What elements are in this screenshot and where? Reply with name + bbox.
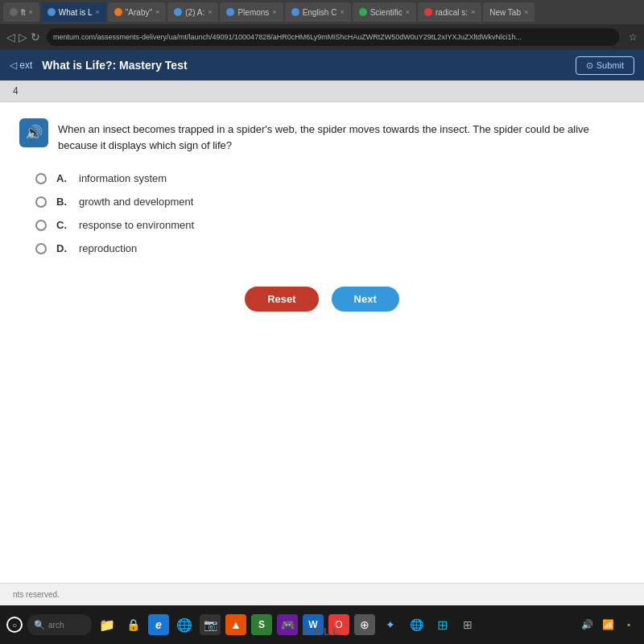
- taskbar-camera-icon[interactable]: 📷: [200, 614, 221, 635]
- question-number: 4: [13, 85, 19, 97]
- tab-close-english[interactable]: ×: [340, 8, 344, 16]
- option-a-label: information system: [79, 172, 167, 184]
- tab-2a[interactable]: (2) A: ×: [167, 2, 218, 22]
- taskbar-purple-icon[interactable]: 🎮: [277, 614, 298, 635]
- tab-close-newtab[interactable]: ×: [524, 8, 528, 16]
- option-c-label: response to environment: [79, 219, 194, 231]
- forward-button[interactable]: ▷: [19, 31, 27, 43]
- tab-close-scientific[interactable]: ×: [406, 8, 410, 16]
- option-a[interactable]: A. information system: [35, 172, 625, 184]
- back-arrow-icon: ◁: [10, 60, 17, 71]
- tab-ft[interactable]: ft ×: [3, 2, 39, 22]
- tab-label-newtab: New Tab: [489, 8, 521, 17]
- taskbar-search[interactable]: 🔍 arch: [27, 614, 92, 635]
- option-b-letter: B.: [56, 196, 69, 208]
- tab-label-araby: "Araby": [126, 8, 152, 17]
- bookmark-icon[interactable]: ☆: [629, 31, 638, 43]
- taskbar-chrome-icon[interactable]: 🌐: [174, 614, 195, 635]
- option-c-letter: C.: [56, 219, 69, 231]
- option-d[interactable]: D. reproduction: [35, 242, 625, 254]
- question-text: When an insect becomes trapped in a spid…: [58, 118, 625, 153]
- submit-icon: ⊙: [586, 60, 593, 71]
- question-number-bar: 4: [0, 80, 644, 102]
- tab-label-2a: (2) A:: [185, 8, 204, 17]
- option-d-letter: D.: [56, 242, 69, 254]
- tab-close-plemons[interactable]: ×: [272, 8, 276, 16]
- audio-speaker-icon: 🔊: [25, 124, 43, 142]
- tab-label-ft: ft: [21, 8, 26, 17]
- taskbar-light-icon[interactable]: ⊕: [354, 614, 375, 635]
- tab-close-araby[interactable]: ×: [155, 8, 159, 16]
- tab-newtab[interactable]: New Tab ×: [483, 2, 535, 22]
- option-b[interactable]: B. growth and development: [35, 196, 625, 208]
- back-button[interactable]: ◁: [6, 31, 15, 43]
- start-button[interactable]: ○: [6, 617, 23, 633]
- tab-plemons[interactable]: Plemons ×: [220, 2, 283, 22]
- tab-english[interactable]: English C ×: [285, 2, 351, 22]
- address-bar[interactable]: mentum.com/assessments-delivery/ua/mt/la…: [47, 28, 619, 46]
- tab-label-plemons: Plemons: [237, 8, 269, 17]
- tab-scientific[interactable]: Scientific ×: [353, 2, 416, 22]
- taskbar-lock-icon[interactable]: 🔒: [122, 614, 143, 635]
- search-icon: 🔍: [34, 620, 45, 630]
- option-c-radio[interactable]: [35, 220, 47, 231]
- back-nav-button[interactable]: ◁ ext: [10, 60, 32, 71]
- taskbar-ie-icon[interactable]: e: [148, 614, 169, 635]
- tab-araby[interactable]: "Araby" ×: [108, 2, 167, 22]
- option-d-radio[interactable]: [35, 243, 47, 254]
- reset-button[interactable]: Reset: [245, 287, 318, 312]
- tab-close-ft[interactable]: ×: [29, 8, 33, 16]
- taskbar-files-icon[interactable]: 📁: [97, 614, 118, 635]
- tab-radical[interactable]: radical s: ×: [418, 2, 481, 22]
- tab-favicon-plemons: [226, 8, 234, 16]
- reload-button[interactable]: ↻: [31, 31, 40, 43]
- action-buttons: Reset Next: [19, 287, 625, 324]
- options-list: A. information system B. growth and deve…: [19, 172, 625, 254]
- taskbar-warning-icon[interactable]: ▲: [225, 614, 246, 635]
- tab-favicon-araby: [114, 8, 122, 16]
- taskbar-windows-icon[interactable]: ⊞: [431, 614, 452, 635]
- browser-chrome: ft × What is L × "Araby" × (2) A: × Plem…: [0, 0, 644, 50]
- taskbar-battery-icon[interactable]: ▪: [620, 616, 638, 634]
- taskbar-wifi-icon[interactable]: 📶: [599, 616, 617, 634]
- tab-close-radical[interactable]: ×: [471, 8, 475, 16]
- tab-close-whatislife[interactable]: ×: [96, 8, 100, 16]
- option-b-label: growth and development: [79, 196, 193, 208]
- tab-favicon-scientific: [359, 8, 367, 16]
- tab-label-english: English C: [303, 8, 337, 17]
- dell-logo: D∈LL: [302, 626, 341, 638]
- taskbar-network-icon[interactable]: 🌐: [406, 614, 427, 635]
- option-c[interactable]: C. response to environment: [35, 219, 625, 231]
- taskbar-volume-icon[interactable]: 🔊: [578, 616, 596, 634]
- footer-area: nts reserved.: [0, 583, 644, 605]
- address-bar-row: ◁ ▷ ↻ mentum.com/assessments-delivery/ua…: [0, 24, 644, 50]
- tab-favicon-whatislife: [47, 8, 56, 16]
- tab-label-scientific: Scientific: [370, 8, 402, 17]
- submit-button-header[interactable]: ⊙ Submit: [576, 56, 634, 75]
- tab-whatislife[interactable]: What is L ×: [41, 2, 106, 22]
- submit-label: Submit: [597, 60, 624, 70]
- taskbar-grid-icon[interactable]: ⊞: [457, 614, 478, 635]
- tab-favicon-radical: [424, 8, 432, 16]
- option-d-label: reproduction: [79, 242, 137, 254]
- app-title: What is Life?: Mastery Test: [42, 59, 565, 72]
- taskbar: ○ 🔍 arch 📁 🔒 e 🌐 📷 ▲ S 🎮 W O ⊕ ✦ 🌐 ⊞ ⊞ D…: [0, 605, 644, 644]
- start-icon: ○: [12, 621, 17, 630]
- audio-button[interactable]: 🔊: [19, 118, 48, 147]
- option-b-radio[interactable]: [35, 196, 47, 208]
- main-content: 4 🔊 When an insect becomes trapped in a …: [0, 80, 644, 605]
- question-area: 🔊 When an insect becomes trapped in a sp…: [0, 102, 644, 583]
- back-nav-label: ext: [19, 60, 32, 71]
- taskbar-extra-icon[interactable]: ✦: [380, 614, 401, 635]
- tab-close-2a[interactable]: ×: [208, 8, 212, 16]
- taskbar-s-icon[interactable]: S: [251, 614, 272, 635]
- address-text: mentum.com/assessments-delivery/ua/mt/la…: [53, 33, 522, 41]
- question-header: 🔊 When an insect becomes trapped in a sp…: [19, 118, 625, 153]
- next-button[interactable]: Next: [332, 287, 399, 312]
- footer-text: nts reserved.: [13, 590, 60, 599]
- tab-bar: ft × What is L × "Araby" × (2) A: × Plem…: [0, 0, 644, 24]
- option-a-letter: A.: [56, 172, 69, 184]
- tab-favicon-2a: [174, 8, 182, 16]
- option-a-radio[interactable]: [35, 173, 47, 184]
- tab-favicon-english: [291, 8, 299, 16]
